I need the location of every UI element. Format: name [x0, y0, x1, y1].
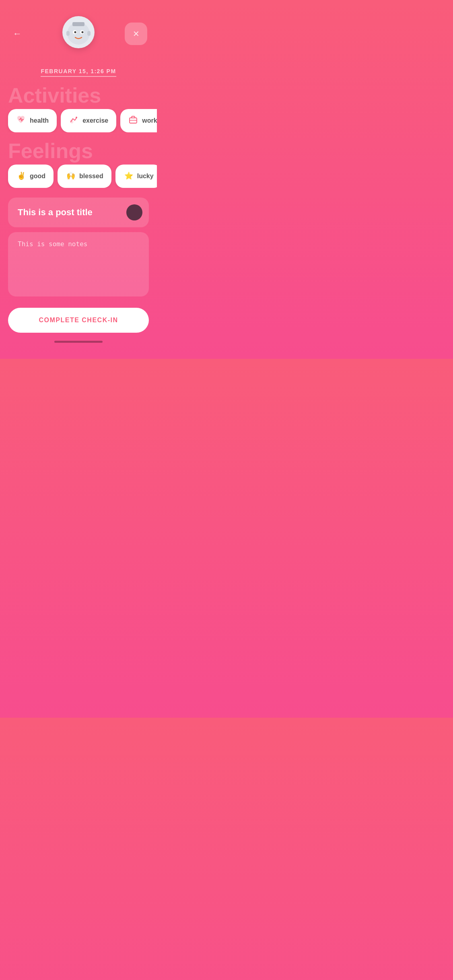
close-button[interactable]: ✕ — [125, 23, 147, 45]
color-picker-button[interactable] — [126, 204, 142, 220]
chip-health[interactable]: health — [8, 109, 57, 132]
top-bar: ← — [0, 0, 157, 45]
chip-exercise-label: exercise — [82, 117, 108, 124]
date-text: FEBRUARY 15, 1:26 PM — [41, 68, 116, 77]
good-icon: ✌️ — [16, 170, 26, 182]
chip-good-label: good — [30, 173, 45, 180]
notes-section: This is some notes — [8, 232, 149, 298]
svg-rect-2 — [87, 31, 91, 36]
date-section: FEBRUARY 15, 1:26 PM — [0, 68, 157, 77]
svg-point-8 — [69, 119, 74, 124]
health-icon — [16, 115, 26, 127]
close-icon: ✕ — [133, 29, 140, 39]
notes-input[interactable]: This is some notes — [8, 232, 149, 296]
svg-point-6 — [74, 31, 76, 33]
exercise-icon — [69, 115, 78, 127]
svg-text:🙌: 🙌 — [66, 171, 75, 180]
chip-exercise[interactable]: exercise — [61, 109, 116, 132]
svg-text:✌️: ✌️ — [17, 171, 26, 180]
chip-lucky-label: lucky — [137, 173, 154, 180]
svg-rect-3 — [72, 22, 84, 26]
svg-point-9 — [76, 117, 77, 118]
lucky-icon: ⭐ — [124, 170, 133, 182]
svg-text:⭐: ⭐ — [124, 171, 133, 180]
avatar-face-svg — [64, 18, 93, 46]
blessed-icon: 🙌 — [66, 170, 75, 182]
chip-good[interactable]: ✌️ good — [8, 165, 54, 188]
work-icon — [128, 115, 138, 127]
chip-blessed-label: blessed — [79, 173, 103, 180]
feelings-chips-row: ✌️ good 🙌 blessed ⭐ lucky — [0, 165, 157, 188]
chip-health-label: health — [30, 117, 49, 124]
chip-work-label: work — [142, 117, 157, 124]
back-button[interactable]: ← — [10, 25, 25, 42]
feelings-label: Feelings — [0, 132, 157, 165]
avatar-container — [62, 16, 95, 48]
post-title-section — [8, 198, 149, 227]
svg-rect-1 — [66, 31, 70, 36]
complete-checkin-button[interactable]: COMPLETE CHECK-IN — [8, 308, 149, 333]
svg-point-7 — [82, 31, 84, 33]
back-arrow-icon: ← — [13, 29, 22, 39]
home-indicator — [54, 341, 103, 343]
chip-blessed[interactable]: 🙌 blessed — [58, 165, 111, 188]
avatar — [62, 16, 95, 48]
activities-chips-row: health exercise work — [0, 109, 157, 132]
activities-label: Activities — [0, 77, 157, 109]
chip-work[interactable]: work — [120, 109, 157, 132]
chip-lucky[interactable]: ⭐ lucky — [115, 165, 157, 188]
